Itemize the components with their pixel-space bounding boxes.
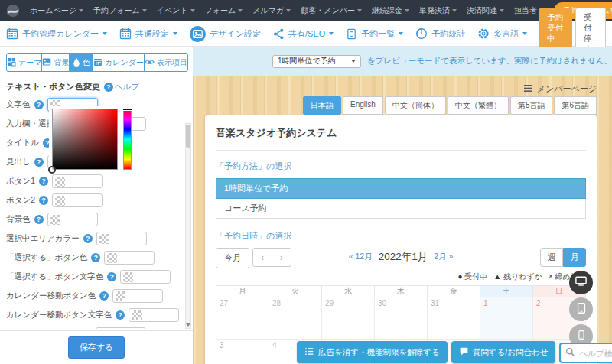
chevron-down-icon xyxy=(357,9,362,12)
calendar-day-cell[interactable]: 1 xyxy=(480,297,533,340)
calendar-day-cell[interactable]: 29 xyxy=(322,297,375,340)
hamburger-icon xyxy=(523,84,533,94)
calendar-week-row: 272829303112 xyxy=(216,297,586,340)
help-link[interactable]: ? ヘルプ xyxy=(104,82,139,93)
color-input[interactable] xyxy=(52,174,103,188)
calendar-day-cell[interactable]: 27 xyxy=(216,297,269,340)
help-icon[interactable]: ? xyxy=(116,310,125,320)
nav-item-イベント[interactable]: イベント xyxy=(157,5,195,16)
saturation-value-square[interactable] xyxy=(52,109,118,170)
field-label: タイトル xyxy=(6,138,39,148)
reservation-mode-select[interactable]: 1時間単位で予約 xyxy=(272,55,361,68)
tab-テーマ[interactable]: テーマ xyxy=(6,53,42,72)
scrollbar-thumb[interactable] xyxy=(186,125,190,148)
nav-item-決済関連[interactable]: 決済関連 xyxy=(467,5,504,16)
help-icon[interactable]: ? xyxy=(83,234,93,243)
next-month-link[interactable]: 2月 » xyxy=(434,252,453,262)
nav-item-フォーム[interactable]: フォーム xyxy=(205,5,243,16)
field-label: ボタン2 xyxy=(6,195,35,206)
color-input[interactable] xyxy=(120,270,171,284)
nav-item-予約フォーム[interactable]: 予約フォーム xyxy=(93,5,147,16)
imgsmall-icon xyxy=(42,57,51,68)
calendar-day-cell[interactable]: 31 xyxy=(428,297,480,340)
legend-symbol: ● xyxy=(457,272,464,281)
color-cursor[interactable] xyxy=(48,166,56,174)
help-icon[interactable]: ? xyxy=(34,215,44,224)
remove-ads-button[interactable]: 広告を消す・機能制限を解除する xyxy=(297,341,448,363)
current-month-label: 2022年1月 xyxy=(379,250,428,264)
language-tab-日本語[interactable]: 日本語 xyxy=(303,96,341,115)
help-icon[interactable]: ? xyxy=(99,291,109,301)
language-tab-第6言語[interactable]: 第6言語 xyxy=(554,96,597,115)
field-label: ボタン1 xyxy=(6,176,35,187)
help-icon[interactable]: ? xyxy=(91,253,100,262)
pie-icon xyxy=(415,28,428,40)
calendar-day-cell[interactable]: 3 xyxy=(216,340,269,364)
language-tab-中文（繁體）[interactable]: 中文（繁體） xyxy=(448,96,509,115)
week-view-button[interactable]: 週 xyxy=(540,248,563,267)
contact-button[interactable]: 質問する/お問合わせ xyxy=(451,341,556,363)
nav-item-メルマガ[interactable]: メルマガ xyxy=(252,5,291,16)
tab-表示項目[interactable]: 表示項目 xyxy=(144,53,188,72)
app-logo-icon[interactable] xyxy=(6,4,20,18)
nav-item-単発決済[interactable]: 単発決済 xyxy=(419,5,457,16)
toolbar-item-デザイン設定[interactable]: デザイン設定 xyxy=(190,26,261,42)
color-input[interactable] xyxy=(52,193,103,207)
month-view-button[interactable]: 月 xyxy=(563,248,586,267)
nav-item-顧客・メンバー[interactable]: 顧客・メンバー xyxy=(301,5,362,16)
field-row-「選択する」ボタン文字色: 「選択する」ボタン文字色? xyxy=(6,270,182,284)
language-tab-第5言語[interactable]: 第5言語 xyxy=(510,96,553,115)
nav-item-label: 単発決済 xyxy=(419,5,450,16)
toolbar-item-予約統計[interactable]: 予約統計 xyxy=(415,28,465,40)
this-month-button[interactable]: 今月 xyxy=(216,248,249,268)
method-option[interactable]: コース予約 xyxy=(216,199,586,219)
save-button[interactable]: 保存する xyxy=(68,336,125,359)
tab-カレンダー[interactable]: カレンダー xyxy=(93,53,145,72)
help-icon[interactable]: ? xyxy=(107,272,116,281)
hue-slider-handle[interactable] xyxy=(122,108,132,111)
calendar-day-cell[interactable]: 28 xyxy=(269,297,322,340)
help-icon[interactable]: ? xyxy=(34,100,44,109)
desktop-preview-button[interactable] xyxy=(569,271,593,294)
color-input[interactable] xyxy=(104,251,155,265)
chevron-down-icon xyxy=(329,32,334,35)
toolbar-item-共通設定[interactable]: 共通設定 xyxy=(119,28,177,40)
member-page-link[interactable]: メンバーページ xyxy=(523,83,597,95)
toolbar-items: 予約管理カレンダー共通設定デザイン設定共有/SEO予約一覧予約統計多言語 xyxy=(6,26,527,42)
color-input[interactable] xyxy=(96,232,147,245)
help-icon[interactable]: ? xyxy=(34,158,44,167)
help-search-box xyxy=(559,343,612,363)
help-icon[interactable]: ? xyxy=(39,196,48,205)
color-input[interactable] xyxy=(112,289,163,303)
scrollbar-down-button[interactable] xyxy=(186,321,190,329)
toolbar-item-予約管理カレンダー[interactable]: 予約管理カレンダー xyxy=(6,28,107,40)
nav-item-label: フォーム xyxy=(205,5,236,16)
prev-button[interactable]: ‹ xyxy=(252,248,272,267)
method-option[interactable]: 1時間単位で予約 xyxy=(216,178,586,199)
toolbar-item-共有/SEO[interactable]: 共有/SEO xyxy=(273,28,334,40)
weekday-header: 火 xyxy=(269,286,322,297)
chevron-down-icon xyxy=(79,9,83,12)
help-search-input[interactable] xyxy=(579,349,612,358)
tab-色[interactable]: 色 xyxy=(69,53,93,72)
toolbar-item-label: 多言語 xyxy=(493,28,519,40)
hue-slider[interactable] xyxy=(123,109,132,170)
language-tab-English[interactable]: English xyxy=(343,96,383,115)
color-input[interactable] xyxy=(129,308,179,322)
nav-item-ホームページ[interactable]: ホームページ xyxy=(30,5,83,16)
calendar-day-cell[interactable]: 30 xyxy=(375,297,428,340)
tab-label: カレンダー xyxy=(105,57,144,68)
help-icon[interactable]: ? xyxy=(39,177,48,186)
tab-背景[interactable]: 背景 xyxy=(41,53,70,72)
tablet-preview-button[interactable] xyxy=(569,297,593,321)
toolbar-item-多言語[interactable]: 多言語 xyxy=(477,28,527,40)
language-tab-中文（簡体）[interactable]: 中文（簡体） xyxy=(385,96,446,115)
next-button[interactable]: › xyxy=(272,248,291,267)
nav-item-継続課金[interactable]: 継続課金 xyxy=(372,5,409,16)
color-input[interactable] xyxy=(96,327,146,329)
prev-month-link[interactable]: « 12月 xyxy=(349,252,373,262)
toolbar-item-予約一覧[interactable]: 予約一覧 xyxy=(346,28,403,40)
contact-label: 質問する/お問合わせ xyxy=(473,347,549,358)
color-input[interactable] xyxy=(47,213,98,226)
panel-scrollbar[interactable] xyxy=(185,123,191,329)
